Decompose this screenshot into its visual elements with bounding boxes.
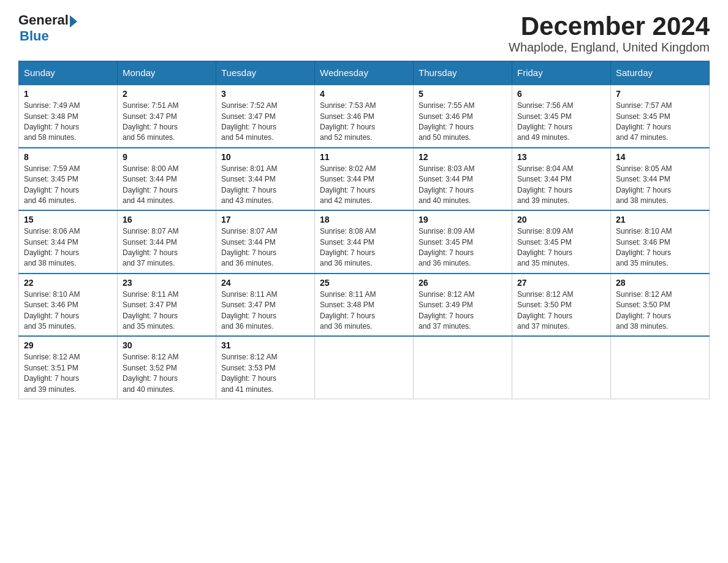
day-info: Sunrise: 8:11 AMSunset: 3:47 PMDaylight:… <box>221 290 277 331</box>
day-info: Sunrise: 8:12 AMSunset: 3:52 PMDaylight:… <box>123 353 178 393</box>
calendar-cell <box>512 336 611 399</box>
day-info: Sunrise: 8:11 AMSunset: 3:47 PMDaylight:… <box>123 290 178 331</box>
calendar-cell: 17 Sunrise: 8:07 AMSunset: 3:44 PMDaylig… <box>216 210 315 274</box>
day-number: 31 <box>221 340 309 350</box>
day-info: Sunrise: 8:11 AMSunset: 3:48 PMDaylight:… <box>320 290 376 331</box>
calendar-week-5: 29 Sunrise: 8:12 AMSunset: 3:51 PMDaylig… <box>19 336 710 399</box>
day-number: 24 <box>221 278 309 288</box>
column-header-wednesday: Wednesday <box>315 61 414 85</box>
column-header-sunday: Sunday <box>19 61 118 85</box>
column-header-thursday: Thursday <box>414 61 512 85</box>
day-info: Sunrise: 7:57 AMSunset: 3:45 PMDaylight:… <box>616 101 672 142</box>
calendar-cell: 7 Sunrise: 7:57 AMSunset: 3:45 PMDayligh… <box>611 85 710 148</box>
day-number: 25 <box>320 278 408 288</box>
day-info: Sunrise: 8:06 AMSunset: 3:44 PMDaylight:… <box>24 227 80 267</box>
calendar-cell: 27 Sunrise: 8:12 AMSunset: 3:50 PMDaylig… <box>512 274 611 337</box>
page-subtitle: Whaplode, England, United Kingdom <box>509 40 710 55</box>
calendar-cell: 18 Sunrise: 8:08 AMSunset: 3:44 PMDaylig… <box>315 210 414 274</box>
calendar-cell <box>315 336 414 399</box>
day-info: Sunrise: 8:12 AMSunset: 3:49 PMDaylight:… <box>419 290 474 331</box>
day-number: 3 <box>221 89 309 99</box>
calendar-cell: 1 Sunrise: 7:49 AMSunset: 3:48 PMDayligh… <box>19 85 118 148</box>
logo-general: General <box>18 12 69 28</box>
day-number: 4 <box>320 89 408 99</box>
calendar-cell <box>414 336 512 399</box>
calendar-cell: 10 Sunrise: 8:01 AMSunset: 3:44 PMDaylig… <box>216 148 315 211</box>
calendar-cell: 16 Sunrise: 8:07 AMSunset: 3:44 PMDaylig… <box>118 210 216 274</box>
day-number: 29 <box>24 340 112 350</box>
logo-blue: Blue <box>20 28 49 44</box>
page-title: December 2024 <box>509 12 710 40</box>
calendar-week-4: 22 Sunrise: 8:10 AMSunset: 3:46 PMDaylig… <box>19 274 710 337</box>
day-info: Sunrise: 8:12 AMSunset: 3:51 PMDaylight:… <box>24 353 80 393</box>
day-info: Sunrise: 8:10 AMSunset: 3:46 PMDaylight:… <box>616 227 672 267</box>
calendar-cell: 12 Sunrise: 8:03 AMSunset: 3:44 PMDaylig… <box>414 148 512 211</box>
day-number: 5 <box>419 89 507 99</box>
day-number: 13 <box>517 152 605 162</box>
day-number: 18 <box>320 215 408 224</box>
day-info: Sunrise: 8:08 AMSunset: 3:44 PMDaylight:… <box>320 227 376 267</box>
day-info: Sunrise: 7:51 AMSunset: 3:47 PMDaylight:… <box>123 101 178 142</box>
day-number: 10 <box>221 152 309 162</box>
day-info: Sunrise: 8:05 AMSunset: 3:44 PMDaylight:… <box>616 164 672 205</box>
calendar-cell: 2 Sunrise: 7:51 AMSunset: 3:47 PMDayligh… <box>118 85 216 148</box>
calendar-cell: 22 Sunrise: 8:10 AMSunset: 3:46 PMDaylig… <box>19 274 118 337</box>
day-number: 16 <box>123 215 211 224</box>
calendar-week-3: 15 Sunrise: 8:06 AMSunset: 3:44 PMDaylig… <box>19 210 710 274</box>
calendar-cell: 5 Sunrise: 7:55 AMSunset: 3:46 PMDayligh… <box>414 85 512 148</box>
page-header: General Blue December 2024 Whaplode, Eng… <box>18 12 710 55</box>
day-info: Sunrise: 7:52 AMSunset: 3:47 PMDaylight:… <box>221 101 277 142</box>
title-block: December 2024 Whaplode, England, United … <box>509 12 710 55</box>
day-info: Sunrise: 7:53 AMSunset: 3:46 PMDaylight:… <box>320 101 376 142</box>
day-number: 30 <box>123 340 211 350</box>
day-info: Sunrise: 8:09 AMSunset: 3:45 PMDaylight:… <box>517 227 573 267</box>
day-info: Sunrise: 7:56 AMSunset: 3:45 PMDaylight:… <box>517 101 573 142</box>
day-info: Sunrise: 8:04 AMSunset: 3:44 PMDaylight:… <box>517 164 573 205</box>
day-info: Sunrise: 8:01 AMSunset: 3:44 PMDaylight:… <box>221 164 277 205</box>
calendar-cell: 31 Sunrise: 8:12 AMSunset: 3:53 PMDaylig… <box>216 336 315 399</box>
calendar-cell: 29 Sunrise: 8:12 AMSunset: 3:51 PMDaylig… <box>19 336 118 399</box>
day-number: 12 <box>419 152 507 162</box>
column-header-friday: Friday <box>512 61 611 85</box>
calendar-cell: 25 Sunrise: 8:11 AMSunset: 3:48 PMDaylig… <box>315 274 414 337</box>
day-info: Sunrise: 7:59 AMSunset: 3:45 PMDaylight:… <box>24 164 80 205</box>
day-info: Sunrise: 8:12 AMSunset: 3:50 PMDaylight:… <box>517 290 573 331</box>
column-header-tuesday: Tuesday <box>216 61 315 85</box>
column-header-saturday: Saturday <box>611 61 710 85</box>
day-number: 19 <box>419 215 507 224</box>
day-number: 17 <box>221 215 309 224</box>
calendar-cell: 4 Sunrise: 7:53 AMSunset: 3:46 PMDayligh… <box>315 85 414 148</box>
calendar-cell: 21 Sunrise: 8:10 AMSunset: 3:46 PMDaylig… <box>611 210 710 274</box>
day-info: Sunrise: 8:10 AMSunset: 3:46 PMDaylight:… <box>24 290 80 331</box>
calendar-cell: 26 Sunrise: 8:12 AMSunset: 3:49 PMDaylig… <box>414 274 512 337</box>
calendar-cell: 20 Sunrise: 8:09 AMSunset: 3:45 PMDaylig… <box>512 210 611 274</box>
day-number: 28 <box>616 278 704 288</box>
logo-arrow-icon <box>70 15 77 28</box>
calendar-cell: 14 Sunrise: 8:05 AMSunset: 3:44 PMDaylig… <box>611 148 710 211</box>
day-info: Sunrise: 8:02 AMSunset: 3:44 PMDaylight:… <box>320 164 376 205</box>
calendar-cell: 13 Sunrise: 8:04 AMSunset: 3:44 PMDaylig… <box>512 148 611 211</box>
calendar-cell: 30 Sunrise: 8:12 AMSunset: 3:52 PMDaylig… <box>118 336 216 399</box>
calendar-cell: 28 Sunrise: 8:12 AMSunset: 3:50 PMDaylig… <box>611 274 710 337</box>
day-number: 8 <box>24 152 112 162</box>
calendar-week-2: 8 Sunrise: 7:59 AMSunset: 3:45 PMDayligh… <box>19 148 710 211</box>
day-info: Sunrise: 8:07 AMSunset: 3:44 PMDaylight:… <box>123 227 178 267</box>
day-info: Sunrise: 8:00 AMSunset: 3:44 PMDaylight:… <box>123 164 178 205</box>
calendar-cell: 23 Sunrise: 8:11 AMSunset: 3:47 PMDaylig… <box>118 274 216 337</box>
day-number: 21 <box>616 215 704 224</box>
calendar-cell: 19 Sunrise: 8:09 AMSunset: 3:45 PMDaylig… <box>414 210 512 274</box>
day-info: Sunrise: 7:49 AMSunset: 3:48 PMDaylight:… <box>24 101 80 142</box>
day-number: 22 <box>24 278 112 288</box>
calendar-cell <box>611 336 710 399</box>
calendar-table: SundayMondayTuesdayWednesdayThursdayFrid… <box>18 61 710 399</box>
column-header-monday: Monday <box>118 61 216 85</box>
day-info: Sunrise: 8:12 AMSunset: 3:50 PMDaylight:… <box>616 290 672 331</box>
calendar-cell: 8 Sunrise: 7:59 AMSunset: 3:45 PMDayligh… <box>19 148 118 211</box>
day-number: 20 <box>517 215 605 224</box>
calendar-cell: 6 Sunrise: 7:56 AMSunset: 3:45 PMDayligh… <box>512 85 611 148</box>
day-number: 26 <box>419 278 507 288</box>
day-number: 7 <box>616 89 704 99</box>
calendar-header-row: SundayMondayTuesdayWednesdayThursdayFrid… <box>19 61 710 85</box>
day-info: Sunrise: 8:09 AMSunset: 3:45 PMDaylight:… <box>419 227 474 267</box>
day-number: 27 <box>517 278 605 288</box>
